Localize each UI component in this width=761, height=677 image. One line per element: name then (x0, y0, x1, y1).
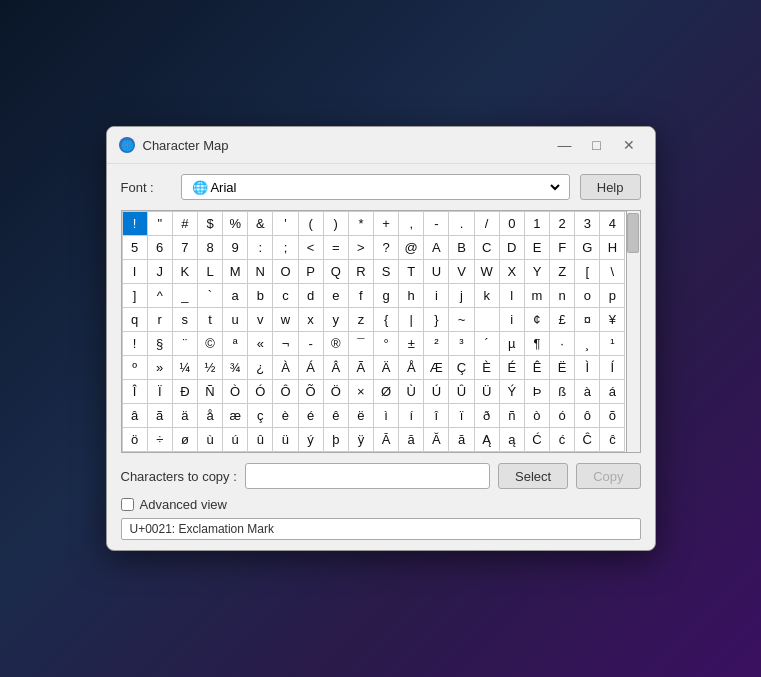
char-cell[interactable]: 2 (550, 212, 575, 236)
char-cell[interactable]: Ô (273, 380, 298, 404)
char-cell[interactable]: ÿ (349, 428, 374, 452)
char-cell[interactable]: Â (324, 356, 349, 380)
char-cell[interactable]: # (173, 212, 198, 236)
maximize-button[interactable]: □ (583, 135, 611, 155)
char-cell[interactable]: z (349, 308, 374, 332)
char-cell[interactable]: 4 (600, 212, 625, 236)
char-cell[interactable]: ³ (449, 332, 474, 356)
font-select-container[interactable]: 🌐 Arial Arial Black Calibri Times New Ro… (181, 174, 570, 200)
char-cell[interactable]: ¾ (223, 356, 248, 380)
char-cell[interactable]: ò (525, 404, 550, 428)
char-cell[interactable]: % (223, 212, 248, 236)
char-cell[interactable]: § (148, 332, 173, 356)
char-cell[interactable]: i (424, 284, 449, 308)
char-cell[interactable]: Õ (299, 380, 324, 404)
char-cell[interactable]: . (449, 212, 474, 236)
char-cell[interactable]: X (500, 260, 525, 284)
char-cell[interactable]: I (123, 260, 148, 284)
char-cell[interactable]: - (424, 212, 449, 236)
char-cell[interactable]: 3 (575, 212, 600, 236)
char-cell[interactable]: d (299, 284, 324, 308)
char-cell[interactable]: à (575, 380, 600, 404)
char-cell[interactable]: ¥ (600, 308, 625, 332)
char-cell[interactable]: þ (324, 428, 349, 452)
char-cell[interactable]: Z (550, 260, 575, 284)
char-cell[interactable]: { (374, 308, 399, 332)
char-cell[interactable]: £ (550, 308, 575, 332)
char-cell[interactable]: x (299, 308, 324, 332)
char-cell[interactable]: » (148, 356, 173, 380)
char-cell[interactable]: ® (324, 332, 349, 356)
char-cell[interactable]: Á (299, 356, 324, 380)
char-cell[interactable]: p (600, 284, 625, 308)
copy-button[interactable]: Copy (576, 463, 640, 489)
char-cell[interactable]: î (424, 404, 449, 428)
char-cell[interactable]: õ (600, 404, 625, 428)
char-cell[interactable]: ¢ (525, 308, 550, 332)
char-cell[interactable]: « (248, 332, 273, 356)
char-cell[interactable]: ó (550, 404, 575, 428)
char-cell[interactable]: Ä (374, 356, 399, 380)
char-cell[interactable]: G (575, 236, 600, 260)
char-cell[interactable]: _ (173, 284, 198, 308)
char-cell[interactable]: w (273, 308, 298, 332)
char-cell[interactable]: Þ (525, 380, 550, 404)
char-cell[interactable]: ĉ (600, 428, 625, 452)
char-cell[interactable]: F (550, 236, 575, 260)
char-cell[interactable]: 8 (198, 236, 223, 260)
char-cell[interactable]: Å (399, 356, 424, 380)
char-cell[interactable]: ¯ (349, 332, 374, 356)
char-cell[interactable]: P (299, 260, 324, 284)
char-cell[interactable]: / (475, 212, 500, 236)
char-cell[interactable]: Î (123, 380, 148, 404)
char-cell[interactable]: C (475, 236, 500, 260)
char-cell[interactable]: Ă (424, 428, 449, 452)
char-cell[interactable]: Ò (223, 380, 248, 404)
close-button[interactable]: ✕ (615, 135, 643, 155)
char-cell[interactable]: ø (173, 428, 198, 452)
char-cell[interactable]: ñ (500, 404, 525, 428)
char-cell[interactable]: ² (424, 332, 449, 356)
char-cell[interactable]: é (299, 404, 324, 428)
char-cell[interactable]: Ý (500, 380, 525, 404)
char-cell[interactable]: ) (324, 212, 349, 236)
char-cell[interactable]: ¬ (273, 332, 298, 356)
char-cell[interactable]: y (324, 308, 349, 332)
char-cell[interactable]: ì (374, 404, 399, 428)
char-cell[interactable]: N (248, 260, 273, 284)
help-button[interactable]: Help (580, 174, 641, 200)
char-cell[interactable]: ¶ (525, 332, 550, 356)
char-cell[interactable]: > (349, 236, 374, 260)
char-cell[interactable]: À (273, 356, 298, 380)
char-cell[interactable]: ? (374, 236, 399, 260)
char-cell[interactable]: v (248, 308, 273, 332)
char-cell[interactable]: 5 (123, 236, 148, 260)
char-cell[interactable]: Ñ (198, 380, 223, 404)
char-cell[interactable]: K (173, 260, 198, 284)
char-cell[interactable]: Ö (324, 380, 349, 404)
char-cell[interactable]: V (449, 260, 474, 284)
char-cell[interactable]: ` (198, 284, 223, 308)
char-cell[interactable]: Ç (449, 356, 474, 380)
char-cell[interactable]: ö (123, 428, 148, 452)
char-cell[interactable]: ù (198, 428, 223, 452)
char-cell[interactable]: ´ (475, 332, 500, 356)
char-cell[interactable]: × (349, 380, 374, 404)
char-cell[interactable]: h (399, 284, 424, 308)
char-cell[interactable]: < (299, 236, 324, 260)
char-cell[interactable]: s (173, 308, 198, 332)
char-cell[interactable]: û (248, 428, 273, 452)
char-cell[interactable]: - (299, 332, 324, 356)
char-cell[interactable]: Ć (525, 428, 550, 452)
char-cell[interactable]: * (349, 212, 374, 236)
char-cell[interactable]: ú (223, 428, 248, 452)
scrollbar-thumb[interactable] (627, 213, 639, 253)
char-cell[interactable]: @ (399, 236, 424, 260)
char-cell[interactable]: 9 (223, 236, 248, 260)
char-cell[interactable]: È (475, 356, 500, 380)
char-cell[interactable]: æ (223, 404, 248, 428)
char-cell[interactable]: Ú (424, 380, 449, 404)
advanced-view-checkbox[interactable] (121, 498, 134, 511)
char-cell[interactable]: ê (324, 404, 349, 428)
char-cell[interactable]: ï (449, 404, 474, 428)
